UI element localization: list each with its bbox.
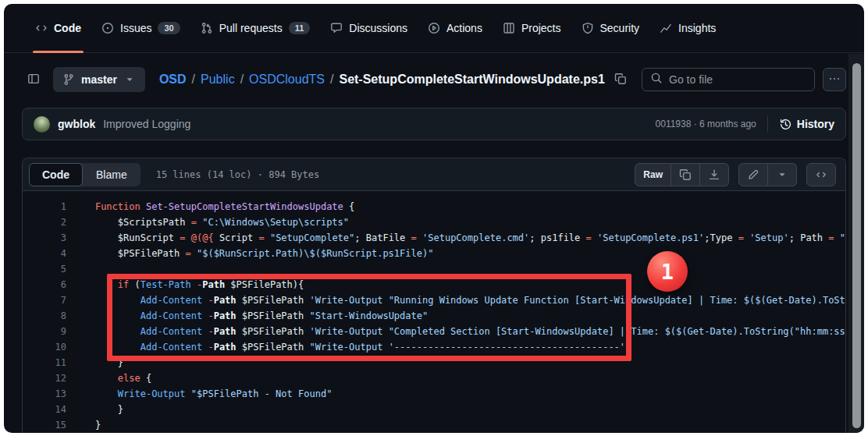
nav-item-issues[interactable]: Issues30 — [94, 4, 188, 52]
breadcrumb-file-name: Set-SetupCompleteStartWindowsUpdate.ps1 — [339, 73, 604, 87]
line-number[interactable]: 11 — [23, 355, 66, 370]
line-content — [73, 261, 845, 277]
kebab-icon — [828, 73, 841, 87]
line-content: } — [73, 402, 845, 417]
code-line: 5 — [23, 261, 845, 277]
line-number[interactable]: 15 — [23, 417, 66, 433]
line-number[interactable]: 13 — [23, 386, 66, 402]
shield-icon — [582, 22, 594, 34]
commit-author[interactable]: gwblok — [58, 118, 95, 130]
pencil-icon — [747, 168, 760, 181]
copy-icon — [679, 168, 692, 181]
file-tree-toggle-button[interactable] — [22, 68, 45, 91]
copy-file-button[interactable] — [671, 163, 700, 186]
line-number[interactable]: 3 — [23, 230, 66, 246]
line-content: $RunScript = @(@{ Script = "SetupComplet… — [73, 230, 845, 246]
file-meta-text: 15 lines (14 loc) · 894 Bytes — [156, 169, 320, 180]
code-line: 13 Write-Output "$PSFilePath - Not Found… — [23, 386, 845, 402]
edit-group — [738, 163, 797, 186]
edit-button[interactable] — [738, 163, 768, 186]
go-to-file-box[interactable] — [642, 68, 815, 91]
caret-down-icon — [776, 168, 788, 181]
breadcrumb-separator: / — [192, 73, 195, 87]
line-number[interactable]: 1 — [23, 199, 66, 214]
code-line: 6 if (Test-Path -Path $PSFilePath){ — [23, 277, 845, 292]
breadcrumb-dir-link[interactable]: Public — [201, 73, 235, 87]
avatar[interactable] — [34, 116, 50, 133]
code-blame-tabs: Code Blame — [29, 163, 141, 186]
breadcrumb: OSD / Public / OSDCloudTS / Set-SetupCom… — [159, 69, 634, 90]
symbols-icon — [815, 168, 827, 181]
code-line: 12 else { — [23, 370, 845, 386]
edit-dropdown-button[interactable] — [768, 163, 797, 186]
line-number[interactable]: 8 — [23, 308, 66, 324]
raw-button[interactable]: Raw — [635, 163, 671, 186]
branch-label: master — [81, 73, 117, 86]
history-label: History — [797, 118, 834, 130]
line-content: Add-Content -Path $PSFilePath 'Write-Out… — [73, 324, 845, 339]
branch-selector-button[interactable]: master — [53, 67, 145, 92]
copy-path-button[interactable] — [610, 69, 631, 90]
line-number[interactable]: 6 — [23, 277, 66, 292]
nav-item-label: Pull requests — [219, 22, 283, 34]
code-line: 15 } — [23, 417, 845, 433]
tab-code[interactable]: Code — [29, 163, 83, 186]
code-line: 11 } — [23, 355, 845, 370]
line-content: Add-Content -Path $PSFilePath 'Write-Out… — [73, 292, 845, 308]
line-content: Add-Content -Path $PSFilePath "Write-Out… — [73, 339, 845, 355]
count-badge: 30 — [158, 22, 180, 34]
nav-item-security[interactable]: Security — [574, 4, 648, 52]
line-content: Function Set-SetupCompleteStartWindowsUp… — [73, 199, 845, 214]
nav-item-insights[interactable]: Insights — [652, 4, 724, 52]
file-content-box: Code Blame 15 lines (14 loc) · 894 Bytes… — [22, 158, 846, 433]
nav-item-pull-requests[interactable]: Pull requests11 — [193, 4, 318, 52]
nav-item-label: Projects — [521, 22, 561, 34]
breadcrumb-dir-link[interactable]: OSDCloudTS — [249, 73, 325, 87]
line-number[interactable]: 7 — [23, 292, 66, 308]
divider — [767, 115, 768, 133]
line-number[interactable]: 5 — [23, 261, 66, 277]
code-line: 3 $RunScript = @(@{ Script = "SetupCompl… — [23, 230, 845, 246]
code-line: 1 Function Set-SetupCompleteStartWindows… — [23, 199, 845, 214]
nav-item-label: Discussions — [349, 22, 407, 34]
code-icon — [35, 22, 48, 34]
commit-meta: 0011938 · 6 months ago History — [656, 115, 834, 133]
breadcrumb-repo-link[interactable]: OSD — [159, 73, 187, 87]
code-actions: Raw — [635, 163, 839, 186]
nav-item-actions[interactable]: Actions — [420, 4, 490, 52]
line-content: else { — [73, 370, 845, 386]
graph-icon — [660, 22, 672, 34]
line-content: } — [73, 355, 845, 370]
line-number[interactable]: 9 — [23, 324, 66, 339]
line-content: $PSFilePath = "$($RunScript.Path)\$($Run… — [73, 246, 845, 261]
code-line: 2 $ScriptsPath = "C:\Windows\Setup\scrip… — [23, 214, 845, 230]
line-number[interactable]: 14 — [23, 402, 66, 417]
line-number[interactable]: 2 — [23, 214, 66, 230]
line-content: Add-Content -Path $PSFilePath "Start-Win… — [73, 308, 845, 324]
scrollbar-thumb[interactable] — [852, 63, 861, 428]
play-circle-icon — [428, 22, 440, 34]
more-options-button[interactable] — [823, 68, 846, 91]
download-button[interactable] — [700, 163, 729, 186]
code-line: 9 Add-Content -Path $PSFilePath 'Write-O… — [23, 324, 845, 339]
project-icon — [503, 22, 515, 34]
breadcrumb-separator: / — [330, 73, 333, 87]
tab-blame[interactable]: Blame — [83, 163, 141, 186]
commit-message[interactable]: Improved Logging — [103, 118, 190, 130]
commit-sha-time: 0011938 · 6 months ago — [656, 119, 756, 129]
line-number[interactable]: 10 — [23, 339, 66, 355]
history-button[interactable]: History — [779, 118, 834, 130]
nav-item-label: Issues — [120, 22, 151, 34]
code-line: 8 Add-Content -Path $PSFilePath "Start-W… — [23, 308, 845, 324]
nav-item-code[interactable]: Code — [27, 4, 89, 52]
go-to-file-input[interactable] — [669, 73, 806, 86]
symbols-panel-button[interactable] — [806, 163, 836, 186]
nav-item-discussions[interactable]: Discussions — [322, 4, 415, 52]
sidebar-icon — [27, 73, 40, 87]
raw-copy-download-group: Raw — [635, 163, 729, 186]
line-number[interactable]: 12 — [23, 370, 66, 386]
line-content: if (Test-Path -Path $PSFilePath){ — [73, 277, 845, 292]
line-number[interactable]: 4 — [23, 246, 66, 261]
branch-icon — [62, 73, 75, 86]
nav-item-projects[interactable]: Projects — [495, 4, 569, 52]
